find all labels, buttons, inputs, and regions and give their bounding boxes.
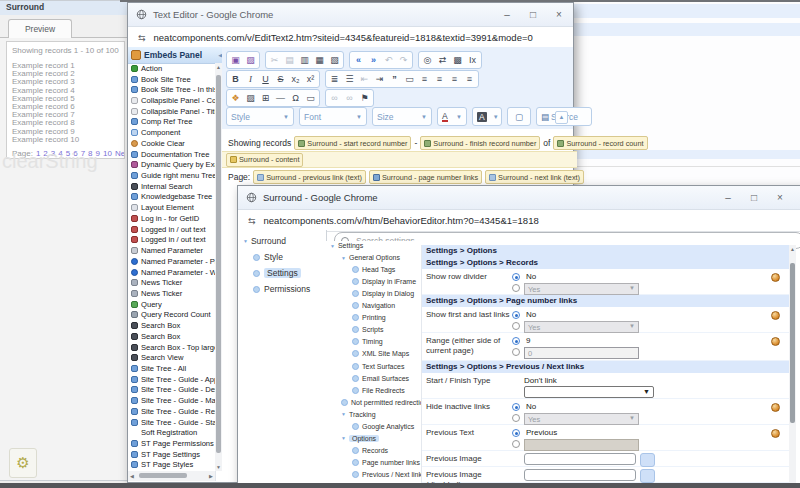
embed-item[interactable]: Book Site Tree - In this secti [128, 84, 216, 95]
numbered-list-button[interactable]: ≣ [327, 72, 342, 86]
go-last-button[interactable]: » [366, 53, 381, 67]
embed-item[interactable]: ST Page Styles [128, 460, 216, 471]
embed-item[interactable]: Search Box [128, 320, 216, 331]
browse-button[interactable] [640, 453, 655, 467]
radio-selected[interactable] [512, 403, 520, 411]
radio-selected[interactable] [512, 337, 520, 345]
superscript-button[interactable]: x² [303, 72, 318, 86]
size-dropdown[interactable]: Size▼ [372, 107, 432, 126]
background-color-button[interactable]: A▼ [472, 107, 502, 126]
inherit-icon[interactable] [771, 337, 780, 346]
tree-item-records[interactable]: Records [352, 447, 388, 454]
tree-item-navigation[interactable]: Navigation [352, 302, 395, 309]
radio-selected[interactable] [512, 273, 520, 281]
scroll-up-icon[interactable]: ▲ [215, 63, 222, 71]
embed-item[interactable]: Log in - for GetID [128, 213, 216, 224]
save-button[interactable]: ▣ [228, 53, 243, 67]
maximize-button[interactable]: □ [748, 192, 760, 203]
embed-item[interactable]: Named Parameter - When e [128, 267, 216, 278]
embed-object-button[interactable]: ❖ [228, 91, 243, 105]
paste-button[interactable]: ▥ [297, 53, 312, 67]
italic-button[interactable]: I [243, 72, 258, 86]
page-link[interactable]: 10 [103, 149, 112, 158]
embed-item[interactable]: Documentation Tree [128, 149, 216, 160]
tree-item-settings[interactable]: ▼Settings [330, 242, 363, 249]
inherit-icon[interactable] [771, 403, 780, 412]
tree-item-display-in-iframe[interactable]: Display in iFrame [352, 278, 416, 285]
radio-alternate[interactable] [512, 322, 520, 330]
tree-item-head-tags[interactable]: Head Tags [352, 266, 395, 273]
embed-item[interactable]: Action [128, 63, 216, 74]
unlink-button[interactable]: ∞ [342, 91, 357, 105]
maximize-editor-button[interactable]: ▢ [507, 107, 531, 126]
radio-alternate[interactable] [512, 284, 520, 292]
indent-button[interactable]: ⇥ [372, 72, 387, 86]
panel-vertical-scrollbar[interactable]: ▲ [789, 245, 796, 488]
replace-button[interactable]: ⇄ [435, 53, 450, 67]
horizontal-rule-button[interactable]: ― [273, 91, 288, 105]
url-bar[interactable]: ⇆ neatcomponents.com/v/htm/BehaviorEdito… [238, 210, 800, 232]
tree-item-printing[interactable]: Printing [352, 314, 386, 321]
style-dropdown[interactable]: Style▼ [226, 107, 294, 126]
embed-item[interactable]: Query Record Count [128, 310, 216, 321]
embed-item[interactable]: Comp Ref Tree [128, 117, 216, 128]
remove-format-button[interactable]: Ix [465, 53, 480, 67]
paste-plain-text-button[interactable]: ▦ [312, 53, 327, 67]
embed-item[interactable]: Dynamic Query by Example [128, 159, 216, 170]
table-button[interactable]: ⊞ [258, 91, 273, 105]
gear-button[interactable]: ⚙ [9, 448, 37, 478]
scrollbar-thumb[interactable] [139, 473, 187, 478]
embed-item[interactable]: Knowledgebase Tree [128, 192, 216, 203]
scroll-up-icon[interactable]: ▲ [789, 245, 796, 253]
tree-item-file-redirects[interactable]: File Redirects [352, 387, 405, 394]
inherit-icon[interactable] [771, 311, 780, 320]
embed-token-finish-record[interactable]: Surround - finish record number [420, 136, 540, 150]
select-all-button[interactable]: ▩ [450, 53, 465, 67]
embed-item[interactable]: Guide right menu Tree [128, 170, 216, 181]
subscript-button[interactable]: x₂ [288, 72, 303, 86]
embed-item[interactable]: News Ticker [128, 277, 216, 288]
close-button[interactable]: × [774, 192, 786, 203]
embed-item[interactable]: ST Page Settings [128, 449, 216, 460]
tree-item-timing[interactable]: Timing [352, 338, 383, 345]
justify-button[interactable]: ≡ [462, 72, 477, 86]
minimize-button[interactable]: – [722, 192, 734, 203]
copy-button[interactable]: ▤ [282, 53, 297, 67]
image-path-input[interactable] [524, 469, 636, 481]
close-button[interactable]: × [553, 9, 565, 20]
browse-button[interactable] [640, 469, 655, 483]
url-bar[interactable]: ⇆ neatcomponents.com/v/EditText2.htm?sit… [128, 27, 573, 49]
embed-item[interactable]: Component [128, 127, 216, 138]
embed-item[interactable]: Book Site Tree [128, 74, 216, 85]
embed-token-previous-link[interactable]: Surround - previous link (text) [253, 170, 366, 184]
embed-item[interactable]: Layout Element [128, 202, 216, 213]
special-character-button[interactable]: Ω [288, 91, 303, 105]
text-color-button[interactable]: A▼ [437, 107, 467, 126]
blockquote-button[interactable]: ” [387, 72, 402, 86]
embed-item[interactable]: Collapsible Panel - Content [128, 95, 216, 106]
embed-item[interactable]: Query [128, 299, 216, 310]
tree-item-surround[interactable]: ▼Surround [243, 236, 286, 246]
image-button[interactable]: ▨ [243, 91, 258, 105]
radio-alternate[interactable] [512, 414, 520, 422]
minimize-button[interactable]: – [501, 9, 513, 20]
redo-button[interactable]: ↷ [396, 53, 411, 67]
image-path-input[interactable] [524, 453, 636, 465]
tree-item-text-surfaces[interactable]: Text Surfaces [352, 363, 404, 370]
tree-item-style[interactable]: Style [253, 252, 283, 262]
scrollbar-thumb[interactable] [216, 75, 221, 453]
font-dropdown[interactable]: Font▼ [299, 107, 367, 126]
embed-item[interactable]: Search Box [128, 331, 216, 342]
toolbar-collapse-button[interactable]: ▲ [555, 111, 568, 124]
embed-item[interactable]: ST Page Permissions [128, 438, 216, 449]
embed-item[interactable]: News Ticker [128, 288, 216, 299]
embed-item[interactable]: Named Parameter - Prompt [128, 256, 216, 267]
align-right-button[interactable]: ≡ [447, 72, 462, 86]
tree-item-general-options[interactable]: ▼General Options [341, 254, 400, 261]
cut-button[interactable]: ✂ [267, 53, 282, 67]
embed-item[interactable]: Collapsible Panel - Title [128, 106, 216, 117]
embed-token-content[interactable]: Surround - content [226, 153, 303, 167]
embed-item[interactable]: Search View [128, 352, 216, 363]
tree-item-previous-next-links[interactable]: Previous / Next links [352, 471, 421, 478]
embed-item[interactable]: Site Tree - Guide - Reseller [128, 406, 216, 417]
